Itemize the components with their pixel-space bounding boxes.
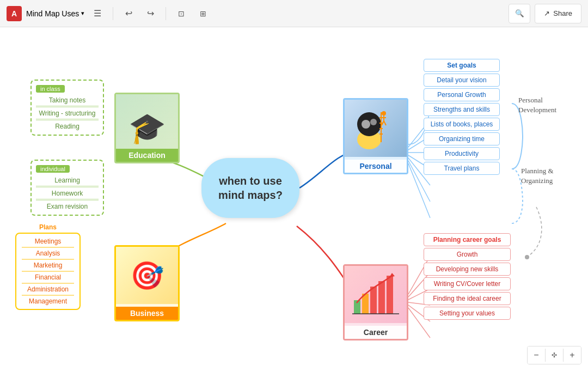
biz-item-meetings: Meetings — [22, 236, 74, 247]
chevron-down-icon: ▾ — [81, 10, 84, 17]
business-node[interactable]: 🎯 Business — [114, 245, 180, 321]
toolbar-divider-2 — [166, 7, 166, 20]
toolbar-right: 🔍 ↗ Share — [509, 4, 581, 23]
business-plans-tag: Plans — [15, 223, 81, 231]
edu-individual-section: individual Learning Homework Exam revisi… — [30, 160, 104, 216]
business-icon: 🎯 — [130, 260, 164, 291]
zoom-in-button[interactable]: + — [564, 346, 581, 364]
personal-illustration — [348, 101, 403, 156]
frame-button[interactable]: ⊡ — [173, 5, 190, 22]
business-subitems: Plans Meetings Analysis Marketing Financ… — [15, 223, 81, 310]
search-button[interactable]: 🔍 — [509, 4, 530, 23]
career-item-values: Setting your values — [424, 307, 511, 320]
frame-icon: ⊡ — [178, 9, 185, 18]
education-node[interactable]: 🎓 Education — [114, 93, 180, 163]
document-title[interactable]: Mind Map Uses ▾ — [26, 9, 84, 18]
career-chart — [351, 273, 400, 317]
biz-item-analysis: Analysis — [22, 248, 74, 259]
undo-icon: ↩ — [125, 8, 132, 19]
education-label: Education — [116, 149, 178, 162]
business-label: Business — [116, 307, 178, 320]
search-icon: 🔍 — [515, 9, 524, 17]
edu-item-reading: Reading — [36, 121, 99, 132]
individual-tag: individual — [36, 165, 70, 173]
svg-rect-18 — [378, 281, 385, 314]
share-button[interactable]: ↗ Share — [535, 4, 581, 23]
hamburger-icon: ☰ — [94, 8, 101, 19]
personal-label: Personal — [345, 160, 407, 173]
zoom-controls: − ✣ + — [527, 346, 581, 364]
edu-item-exam: Exam revision — [36, 201, 99, 212]
layout-button[interactable]: ⊞ — [194, 5, 212, 22]
layout-icon: ⊞ — [200, 9, 206, 18]
svg-marker-20 — [389, 273, 395, 277]
zoom-in-icon: + — [569, 350, 574, 360]
app-logo: A — [7, 6, 22, 21]
share-icon: ↗ — [544, 9, 550, 17]
svg-rect-17 — [370, 287, 377, 314]
edu-item-writing: Writing - structuring — [36, 108, 99, 119]
edu-item-homework: Homework — [36, 188, 99, 199]
edu-item-learning: Learning — [36, 175, 99, 186]
career-node[interactable]: Career — [343, 264, 408, 340]
edu-item-taking-notes: Taking notes — [36, 95, 99, 106]
personal-item-organizing: Organizing time — [424, 132, 500, 145]
career-item-dev-skills: Developing new skills — [424, 263, 511, 276]
toolbar-divider-1 — [113, 7, 113, 20]
in-class-tag: in class — [36, 85, 65, 93]
personal-item-lists: Lists of books, places — [424, 118, 500, 131]
redo-icon: ↪ — [147, 8, 154, 19]
zoom-fit-button[interactable]: ✣ — [546, 346, 563, 364]
toolbar: A Mind Map Uses ▾ ☰ ↩ ↪ ⊡ ⊞ 🔍 ↗ Share — [0, 0, 588, 27]
biz-item-marketing: Marketing — [22, 260, 74, 271]
biz-item-financial: Financial — [22, 272, 74, 283]
planning-organizing-label: Planning & Organizing — [521, 166, 554, 186]
personal-subitems: Set goals Detail your vision Personal Gr… — [424, 59, 500, 177]
share-label: Share — [553, 9, 572, 17]
edu-in-class-section: in class Taking notes Writing - structur… — [30, 80, 104, 136]
career-label: Career — [345, 326, 407, 339]
undo-button[interactable]: ↩ — [120, 5, 137, 22]
personal-item-vision: Detail your vision — [424, 74, 500, 87]
personal-development-label: Personal Development — [518, 95, 556, 115]
svg-point-10 — [382, 111, 386, 115]
personal-item-strengths: Strengths and skills — [424, 103, 500, 116]
zoom-out-icon: − — [534, 350, 538, 360]
svg-line-14 — [384, 121, 386, 125]
canvas: when to use mind maps? 🎓 Education in cl… — [0, 27, 588, 371]
career-subitems: Planning career goals Growth Developing … — [424, 233, 511, 321]
svg-point-0 — [525, 255, 529, 259]
graduation-cap-icon: 🎓 — [128, 111, 166, 146]
biz-item-administration: Administration — [22, 284, 74, 295]
career-item-cv: Writing CV/Cover letter — [424, 277, 511, 290]
zoom-out-button[interactable]: − — [528, 346, 545, 364]
career-item-ideal-career: Finding the ideal career — [424, 292, 511, 305]
personal-item-growth: Personal Growth — [424, 88, 500, 101]
career-item-planning: Planning career goals — [424, 233, 511, 246]
svg-rect-19 — [387, 276, 393, 314]
career-item-growth: Growth — [424, 248, 511, 261]
svg-point-3 — [362, 120, 370, 129]
hamburger-button[interactable]: ☰ — [89, 5, 106, 22]
svg-point-4 — [370, 119, 377, 125]
personal-node[interactable]: Personal — [343, 98, 408, 174]
zoom-fit-icon: ✣ — [552, 351, 557, 359]
title-text: Mind Map Uses — [26, 9, 79, 18]
personal-item-set-goals: Set goals — [424, 59, 500, 72]
biz-item-management: Management — [22, 296, 74, 307]
center-text: when to use mind maps? — [218, 174, 283, 202]
center-node[interactable]: when to use mind maps? — [201, 158, 299, 218]
personal-item-productivity: Productivity — [424, 147, 500, 160]
personal-item-travel: Travel plans — [424, 162, 500, 175]
redo-button[interactable]: ↪ — [142, 5, 159, 22]
